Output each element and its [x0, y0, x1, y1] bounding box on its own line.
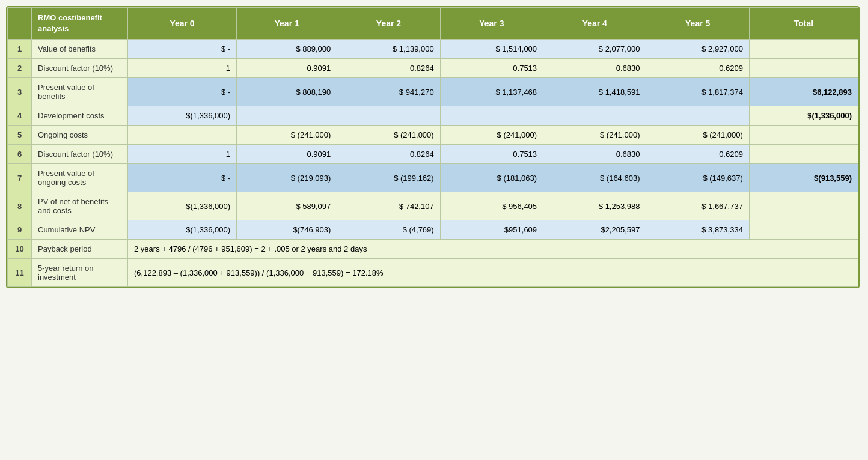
- cell-total: [749, 220, 858, 240]
- cell-year3: $951,609: [440, 220, 543, 240]
- cell-year1: $(746,903): [237, 220, 337, 240]
- cell-year0: $(1,336,000): [128, 106, 237, 126]
- row-label: Ongoing costs: [32, 126, 128, 145]
- row-label: Discount factor (10%): [32, 59, 128, 78]
- row-number: 9: [8, 220, 32, 240]
- cell-year1: 0.9091: [237, 145, 337, 164]
- row-label: Payback period: [32, 240, 128, 259]
- cell-year3: $ 956,405: [440, 192, 543, 220]
- row-label: Present value of ongoing costs: [32, 164, 128, 192]
- cell-total: [749, 192, 858, 220]
- cell-year0: $(1,336,000): [128, 192, 237, 220]
- row-number: 8: [8, 192, 32, 220]
- row-label: Present value of benefits: [32, 78, 128, 106]
- cell-year4: $ (241,000): [543, 126, 646, 145]
- table-row: 2 Discount factor (10%) 1 0.9091 0.8264 …: [8, 59, 858, 78]
- cell-year2: $ (4,769): [337, 220, 440, 240]
- header-year3: Year 3: [440, 8, 543, 40]
- header-total: Total: [749, 8, 858, 40]
- header-num-col: [8, 8, 32, 40]
- row-number: 5: [8, 126, 32, 145]
- cell-total: [749, 145, 858, 164]
- row-number: 3: [8, 78, 32, 106]
- roi-value: (6,122,893 – (1,336,000 + 913,559)) / (1…: [128, 259, 858, 287]
- row-number: 11: [8, 259, 32, 287]
- cell-year5: $ 2,927,000: [646, 40, 749, 59]
- table-row: 11 5-year return on investment (6,122,89…: [8, 259, 858, 287]
- cell-total: [749, 40, 858, 59]
- cell-year1: $ 589,097: [237, 192, 337, 220]
- cell-year4: $ 1,418,591: [543, 78, 646, 106]
- payback-period-value: 2 years + 4796 / (4796 + 951,609) = 2 + …: [128, 240, 858, 259]
- cell-year3: $ 1,514,000: [440, 40, 543, 59]
- cell-year0: [128, 126, 237, 145]
- cell-year3: $ (241,000): [440, 126, 543, 145]
- cell-year4: 0.6830: [543, 145, 646, 164]
- cell-year3: $ (181,063): [440, 164, 543, 192]
- row-number: 6: [8, 145, 32, 164]
- table-row: 9 Cumulative NPV $(1,336,000) $(746,903)…: [8, 220, 858, 240]
- cell-year5: $ 1,667,737: [646, 192, 749, 220]
- table-row: 8 PV of net of benefits and costs $(1,33…: [8, 192, 858, 220]
- cell-year5: [646, 106, 749, 126]
- cell-year5: 0.6209: [646, 145, 749, 164]
- cell-year1: $ 889,000: [237, 40, 337, 59]
- header-year0: Year 0: [128, 8, 237, 40]
- cell-year5: $ 1,817,374: [646, 78, 749, 106]
- cell-year5: $ 3,873,334: [646, 220, 749, 240]
- cell-year2: 0.8264: [337, 145, 440, 164]
- cell-year4: $ 1,253,988: [543, 192, 646, 220]
- table-row: 10 Payback period 2 years + 4796 / (4796…: [8, 240, 858, 259]
- cell-year0: $ -: [128, 164, 237, 192]
- row-label: Cumulative NPV: [32, 220, 128, 240]
- cell-year2: [337, 106, 440, 126]
- header-year4: Year 4: [543, 8, 646, 40]
- cell-total: $(913,559): [749, 164, 858, 192]
- cell-year4: $2,205,597: [543, 220, 646, 240]
- row-number: 1: [8, 40, 32, 59]
- cell-year3: 0.7513: [440, 145, 543, 164]
- cell-total: [749, 126, 858, 145]
- header-year1: Year 1: [237, 8, 337, 40]
- header-label-col: RMO cost/benefit analysis: [32, 8, 128, 40]
- cell-year4: [543, 106, 646, 126]
- cell-year1: $ 808,190: [237, 78, 337, 106]
- cell-year0: $ -: [128, 78, 237, 106]
- cell-year5: 0.6209: [646, 59, 749, 78]
- cell-year0: $ -: [128, 40, 237, 59]
- cell-year3: $ 1,137,468: [440, 78, 543, 106]
- cell-year3: 0.7513: [440, 59, 543, 78]
- cell-year2: $ 941,270: [337, 78, 440, 106]
- main-table-wrapper: RMO cost/benefit analysis Year 0 Year 1 …: [6, 6, 860, 288]
- table-row: 6 Discount factor (10%) 1 0.9091 0.8264 …: [8, 145, 858, 164]
- cell-year5: $ (149,637): [646, 164, 749, 192]
- header-year2: Year 2: [337, 8, 440, 40]
- cell-year2: $ (241,000): [337, 126, 440, 145]
- cost-benefit-table: RMO cost/benefit analysis Year 0 Year 1 …: [7, 7, 858, 287]
- cell-year0: $(1,336,000): [128, 220, 237, 240]
- row-number: 4: [8, 106, 32, 126]
- cell-year0: 1: [128, 59, 237, 78]
- header-row: RMO cost/benefit analysis Year 0 Year 1 …: [8, 8, 858, 40]
- header-year5: Year 5: [646, 8, 749, 40]
- row-number: 10: [8, 240, 32, 259]
- row-label: 5-year return on investment: [32, 259, 128, 287]
- table-row: 3 Present value of benefits $ - $ 808,19…: [8, 78, 858, 106]
- cell-year1: $ (241,000): [237, 126, 337, 145]
- cell-year2: $ 742,107: [337, 192, 440, 220]
- table-row: 5 Ongoing costs $ (241,000) $ (241,000) …: [8, 126, 858, 145]
- cell-year1: 0.9091: [237, 59, 337, 78]
- row-number: 2: [8, 59, 32, 78]
- cell-year4: $ (164,603): [543, 164, 646, 192]
- cell-year2: $ 1,139,000: [337, 40, 440, 59]
- row-label: PV of net of benefits and costs: [32, 192, 128, 220]
- cell-year4: $ 2,077,000: [543, 40, 646, 59]
- row-label: Discount factor (10%): [32, 145, 128, 164]
- cell-year4: 0.6830: [543, 59, 646, 78]
- cell-year1: [237, 106, 337, 126]
- row-number: 7: [8, 164, 32, 192]
- table-row: 1 Value of benefits $ - $ 889,000 $ 1,13…: [8, 40, 858, 59]
- cell-year3: [440, 106, 543, 126]
- cell-year5: $ (241,000): [646, 126, 749, 145]
- cell-year0: 1: [128, 145, 237, 164]
